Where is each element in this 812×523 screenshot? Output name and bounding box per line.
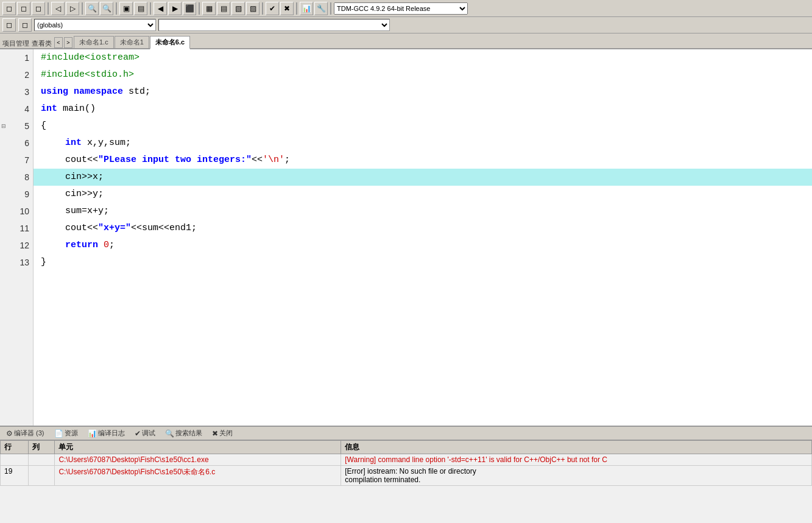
toolbar-btn-8[interactable]: ▣ — [119, 2, 133, 15]
code-line-5: { — [34, 118, 812, 135]
fold-icon-5[interactable]: ⊟ — [1, 118, 6, 135]
toolbar-btn-3[interactable]: ◻ — [32, 2, 45, 15]
col-header-col: 列 — [28, 441, 55, 454]
row1-col2 — [28, 454, 55, 466]
line-num-3: 3 — [0, 83, 33, 100]
tab-unnamed1[interactable]: 未命名1 — [115, 36, 149, 48]
code-line-6: int x,y,sum; — [34, 135, 812, 152]
toolbar-sep-1 — [48, 2, 49, 15]
line7-str: "PLease input two integers:" — [98, 152, 252, 169]
bottom-tab-compiler[interactable]: ⚙ 编译器 (3) — [2, 428, 48, 438]
bottom-tab-resource[interactable]: 📄 资源 — [51, 428, 82, 438]
bottom-tab-close-label: 关闭 — [219, 429, 233, 438]
resource-icon: 📄 — [54, 429, 63, 438]
line8-content: cin>>x; — [65, 169, 104, 186]
toolbar-btn-7[interactable]: 🔍 — [100, 2, 113, 15]
toolbar-sep-6 — [262, 2, 263, 15]
row2-error-line1: [Error] iostream: No such file or direct… — [345, 467, 476, 476]
sidebar-label-project[interactable]: 项目管理 — [2, 39, 29, 48]
toolbar-btn-18[interactable]: ✖ — [280, 2, 294, 15]
toolbar-btn-2[interactable]: ◻ — [17, 2, 30, 15]
globals-dropdown[interactable]: (globals) — [34, 19, 156, 31]
line-num-2: 2 — [0, 66, 33, 83]
line13-content: } — [41, 254, 46, 271]
line-num-11: 11 — [0, 220, 33, 237]
toolbar-btn-16[interactable]: ▨ — [246, 2, 259, 15]
bottom-tab-search[interactable]: 🔍 搜索结果 — [161, 428, 206, 438]
code-line-2: #include<stdio.h> — [34, 66, 812, 83]
error-table: 行 列 单元 信息 C:\Users\67087\Desktop\FishC\s… — [0, 440, 812, 523]
toolbar-row1: ◻ ◻ ◻ ◁ ▷ 🔍 🔍 ▣ ▤ ◀ ▶ ⬛ ▦ ▤ ▧ ▨ ✔ ✖ 📊 🔧 … — [0, 0, 812, 17]
toolbar-row2: ◻ ◻ (globals) — [0, 17, 812, 33]
line12-zero: 0 — [104, 237, 109, 254]
code-line-8[interactable]: cin>>x; — [34, 169, 812, 186]
toolbar-btn-14[interactable]: ▤ — [217, 2, 230, 15]
toolbar-btn-12[interactable]: ⬛ — [183, 2, 196, 15]
line-num-5: ⊟5 — [0, 118, 33, 135]
code-editor[interactable]: #include<iostream> #include<stdio.h> usi… — [34, 49, 812, 426]
toolbar-btn-5[interactable]: ▷ — [66, 2, 79, 15]
tab-unnamed1c[interactable]: 未命名1.c — [74, 36, 114, 48]
line-num-10: 10 — [0, 203, 33, 220]
second-dropdown[interactable] — [158, 19, 390, 31]
code-line-9: cin>>y; — [34, 186, 812, 203]
table-row-1: C:\Users\67087\Desktop\FishC\s1e50\cc1.e… — [1, 454, 812, 466]
line3-kw: using namespace — [41, 83, 123, 100]
row2-col2 — [28, 466, 55, 486]
tab-nav-next[interactable]: > — [64, 37, 72, 48]
toolbar-btn-13[interactable]: ▦ — [202, 2, 216, 15]
line11-cout: cout<< — [65, 220, 98, 237]
line-num-1: 1 — [0, 49, 33, 66]
toolbar-btn-4[interactable]: ◁ — [51, 2, 65, 15]
tab-unnamed6c[interactable]: 未命名6.c — [150, 36, 190, 49]
line7-cout: cout<< — [65, 152, 98, 169]
code-line-10: sum=x+y; — [34, 203, 812, 220]
bottom-tab-close[interactable]: ✖ 关闭 — [208, 428, 236, 438]
toolbar-btn-1[interactable]: ◻ — [2, 2, 16, 15]
row1-col3: C:\Users\67087\Desktop\FishC\s1e50\cc1.e… — [55, 454, 341, 466]
line-numbers: 1 2 3 4 ⊟5 6 7 8 9 10 11 12 13 — [0, 49, 34, 426]
compiler-icon: ⚙ — [6, 429, 13, 438]
close-icon: ✖ — [212, 429, 218, 438]
row1-col1 — [1, 454, 29, 466]
sidebar-label-classes[interactable]: 查看类 — [32, 39, 52, 48]
line7-char: '\n' — [263, 152, 284, 169]
toolbar-btn-20[interactable]: 🔧 — [314, 2, 328, 15]
line12-space — [98, 237, 104, 254]
toolbar2-icon1[interactable]: ◻ — [2, 18, 16, 32]
toolbar-btn-9[interactable]: ▤ — [134, 2, 147, 15]
line2-content: #include<stdio.h> — [41, 66, 134, 83]
line10-content: sum=x+y; — [65, 203, 109, 220]
bottom-tab-debug[interactable]: ✔ 调试 — [131, 428, 159, 438]
bottom-tab-resource-label: 资源 — [65, 429, 78, 438]
code-line-12: return 0; — [34, 237, 812, 254]
col-header-row: 行 — [1, 441, 29, 454]
bottom-tab-bar: ⚙ 编译器 (3) 📄 资源 📊 编译日志 ✔ 调试 🔍 搜索结果 ✖ 关闭 — [0, 427, 812, 440]
row2-col4: [Error] iostream: No such file or direct… — [341, 466, 812, 486]
toolbar-btn-11[interactable]: ▶ — [168, 2, 182, 15]
toolbar-btn-17[interactable]: ✔ — [266, 2, 279, 15]
line12-semi: ; — [109, 237, 115, 254]
line6-rest: x,y,sum; — [82, 135, 131, 152]
toolbar-sep-2 — [82, 2, 83, 15]
bottom-tab-debug-label: 调试 — [142, 429, 155, 438]
toolbar-btn-10[interactable]: ◀ — [154, 2, 167, 15]
main-area: 1 2 3 4 ⊟5 6 7 8 9 10 11 12 13 #include<… — [0, 49, 812, 426]
toolbar-btn-6[interactable]: 🔍 — [85, 2, 99, 15]
tab-bar: 项目管理 查看类 < > 未命名1.c 未命名1 未命名6.c — [0, 33, 812, 49]
line7-rest: << — [252, 152, 263, 169]
line7-semi: ; — [284, 152, 290, 169]
toolbar-btn-15[interactable]: ▧ — [231, 2, 245, 15]
toolbar2-icon2[interactable]: ◻ — [18, 18, 32, 32]
tab-nav-prev[interactable]: < — [54, 37, 63, 48]
bottom-tab-search-label: 搜索结果 — [175, 429, 202, 438]
toolbar-btn-19[interactable]: 📊 — [300, 2, 313, 15]
line4-kw: int — [41, 100, 57, 118]
line-num-7: 7 — [0, 152, 33, 169]
line-num-13: 13 — [0, 254, 33, 271]
line4-rest: main() — [57, 100, 96, 118]
bottom-tab-log[interactable]: 📊 编译日志 — [84, 428, 129, 438]
row2-col1: 19 — [1, 466, 29, 486]
compiler-select[interactable]: TDM-GCC 4.9.2 64-bit Release — [334, 2, 468, 15]
toolbar-sep-7 — [296, 2, 297, 15]
